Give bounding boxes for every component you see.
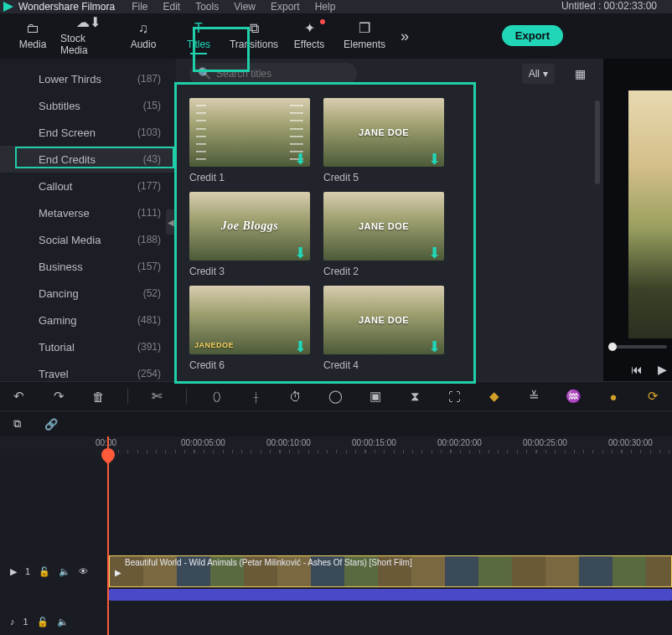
playhead[interactable] bbox=[107, 436, 109, 635]
transitions-icon: ⧉ bbox=[250, 22, 259, 35]
category-label: Callout bbox=[39, 180, 72, 193]
category-social-media[interactable]: Social Media(188) bbox=[0, 226, 176, 253]
video-track-icon[interactable]: ▶ bbox=[10, 566, 17, 577]
redo-icon[interactable]: ↷ bbox=[48, 385, 69, 408]
thumbnail-image: ━━━━━━━━━━━━━━━━━━━━━━━━━━━━━━━━━━━━━━━━… bbox=[189, 98, 310, 167]
preview-prev-icon[interactable]: ⏮ bbox=[631, 363, 643, 376]
audio-track-header: ♪ 1 🔓 🔈 bbox=[0, 617, 107, 627]
preview-scrub-track[interactable] bbox=[608, 345, 667, 348]
menu-view[interactable]: View bbox=[234, 1, 256, 13]
title-template[interactable]: ━━━━━━━━━━━━━━━━━━━━━━━━━━━━━━━━━━━━━━━━… bbox=[189, 98, 310, 183]
motion-track-icon[interactable]: ⛶ bbox=[444, 385, 465, 408]
category-subtitles[interactable]: Subtitles(15) bbox=[0, 92, 176, 119]
category-dancing[interactable]: Dancing(52) bbox=[0, 280, 176, 307]
crop-icon[interactable]: ⟊ bbox=[246, 385, 266, 408]
export-button[interactable]: Export bbox=[502, 25, 563, 46]
preview-panel: ⏮ ▶ bbox=[603, 59, 672, 381]
tab-transitions[interactable]: ⧉Transitions bbox=[226, 14, 282, 58]
category-count: (103) bbox=[137, 126, 161, 138]
menu-export[interactable]: Export bbox=[271, 1, 300, 13]
download-icon[interactable]: ⬇ bbox=[294, 150, 307, 167]
grid-view-icon[interactable]: ▦ bbox=[570, 64, 590, 84]
mute-icon[interactable]: 🔈 bbox=[57, 617, 69, 627]
timeline-toolbar: ↶ ↷ 🗑 ✄ ⬯ ⟊ ⏱ ◯ ▣ ⧗ ⛶ ◆ ≚ ♒ ● ⟳ bbox=[0, 381, 672, 411]
video-clip[interactable]: ▶ Beautiful World - Wild Animals (Petar … bbox=[109, 555, 672, 587]
search-box[interactable]: 🔍 bbox=[189, 63, 357, 85]
mute-icon[interactable]: 🔈 bbox=[59, 566, 70, 577]
category-count: (187) bbox=[137, 73, 161, 85]
menu-help[interactable]: Help bbox=[315, 1, 336, 13]
menubar: Wondershare Filmora File Edit Tools View… bbox=[0, 0, 672, 13]
audio-icon[interactable]: ♒ bbox=[563, 385, 584, 408]
tab-stock-media[interactable]: ☁︎⬇Stock Media bbox=[60, 14, 116, 58]
category-tutorial[interactable]: Tutorial(391) bbox=[0, 333, 176, 360]
category-end-screen[interactable]: End Screen(103) bbox=[0, 119, 176, 146]
tab-audio[interactable]: ♫Audio bbox=[116, 14, 171, 58]
timeline: 00:0000:00:05:0000:00:10:0000:00:15:0000… bbox=[0, 436, 672, 635]
category-travel[interactable]: Travel(254) bbox=[0, 360, 176, 381]
adjust-icon[interactable]: ≚ bbox=[524, 385, 545, 408]
lock-icon[interactable]: 🔓 bbox=[37, 617, 49, 627]
keyframe-time-icon[interactable]: ⧗ bbox=[404, 385, 425, 408]
category-lower-thirds[interactable]: Lower Thirds(187) bbox=[0, 65, 176, 92]
delete-icon[interactable]: 🗑 bbox=[88, 385, 109, 408]
folder-icon: 🗀 bbox=[26, 22, 39, 35]
color-icon[interactable]: ◯ bbox=[325, 385, 346, 408]
category-sidebar: Lower Thirds(187)Subtitles(15)End Screen… bbox=[0, 59, 176, 381]
audio-track-icon[interactable]: ♪ bbox=[10, 617, 15, 627]
tab-media[interactable]: 🗀Media bbox=[5, 14, 60, 58]
green-screen-icon[interactable]: ▣ bbox=[364, 385, 385, 408]
speed-icon[interactable]: ⏱ bbox=[285, 385, 306, 408]
lock-icon[interactable]: 🔓 bbox=[39, 566, 50, 577]
clip-play-icon: ▶ bbox=[115, 568, 121, 577]
marker-dot-icon[interactable]: ● bbox=[602, 385, 623, 408]
collapse-sidebar-icon[interactable]: ◀ bbox=[166, 209, 176, 235]
title-template[interactable]: Joe Bloggs⬇Credit 3 bbox=[189, 192, 310, 277]
tabs-more-icon[interactable]: » bbox=[401, 28, 409, 45]
download-icon[interactable]: ⬇ bbox=[428, 244, 441, 261]
menu-tools[interactable]: Tools bbox=[195, 1, 219, 13]
download-icon[interactable]: ⬇ bbox=[428, 150, 441, 167]
duplicate-icon[interactable]: ⧉ bbox=[13, 417, 21, 431]
category-business[interactable]: Business(157) bbox=[0, 253, 176, 280]
thumbnail-label: Credit 1 bbox=[189, 172, 310, 183]
filter-dropdown[interactable]: All ▾ bbox=[522, 64, 555, 84]
keyframe-icon[interactable]: ◆ bbox=[483, 385, 504, 408]
download-icon[interactable]: ⬇ bbox=[428, 338, 441, 354]
audio-clip[interactable] bbox=[109, 589, 672, 601]
category-end-credits[interactable]: End Credits(43) bbox=[0, 146, 176, 173]
thumbnail-image: JANE DOE⬇ bbox=[323, 192, 444, 261]
project-title: Untitled : 00:02:33:00 bbox=[561, 0, 657, 12]
thumbnail-image: JANE DOE⬇ bbox=[323, 98, 444, 167]
category-label: Tutorial bbox=[39, 341, 75, 354]
split-icon[interactable]: ✄ bbox=[147, 385, 168, 408]
link-icon[interactable]: 🔗 bbox=[44, 418, 58, 431]
menu-edit[interactable]: Edit bbox=[163, 1, 181, 13]
thumbnails: ━━━━━━━━━━━━━━━━━━━━━━━━━━━━━━━━━━━━━━━━… bbox=[176, 88, 603, 381]
tab-elements[interactable]: ❒Elements bbox=[337, 14, 392, 58]
new-badge-icon bbox=[320, 19, 325, 24]
thumbnail-image: Joe Bloggs⬇ bbox=[189, 192, 310, 261]
title-template[interactable]: JANEDOE⬇Credit 6 bbox=[189, 286, 310, 371]
tab-titles[interactable]: TTitles bbox=[171, 14, 226, 58]
category-count: (188) bbox=[137, 234, 161, 245]
eye-icon[interactable]: 👁 bbox=[79, 566, 88, 576]
thumbnail-label: Credit 5 bbox=[323, 172, 444, 183]
title-template[interactable]: JANE DOE⬇Credit 4 bbox=[323, 286, 444, 371]
title-template[interactable]: JANE DOE⬇Credit 5 bbox=[323, 98, 444, 183]
preview-scrub-knob[interactable] bbox=[608, 343, 617, 351]
undo-icon[interactable]: ↶ bbox=[8, 385, 29, 408]
category-gaming[interactable]: Gaming(481) bbox=[0, 307, 176, 333]
category-metaverse[interactable]: Metaverse(111) bbox=[0, 199, 176, 226]
download-icon[interactable]: ⬇ bbox=[294, 244, 307, 261]
title-template[interactable]: JANE DOE⬇Credit 2 bbox=[323, 192, 444, 277]
search-input[interactable] bbox=[216, 68, 333, 80]
render-icon[interactable]: ⟳ bbox=[643, 385, 664, 408]
download-icon[interactable]: ⬇ bbox=[294, 338, 307, 354]
category-callout[interactable]: Callout(177) bbox=[0, 173, 176, 199]
tab-effects[interactable]: ✦Effects bbox=[282, 14, 337, 58]
preview-play-icon[interactable]: ▶ bbox=[658, 363, 667, 376]
menu-file[interactable]: File bbox=[132, 1, 147, 13]
search-icon: 🔍 bbox=[198, 67, 211, 80]
crop-block-icon[interactable]: ⬯ bbox=[205, 385, 226, 408]
